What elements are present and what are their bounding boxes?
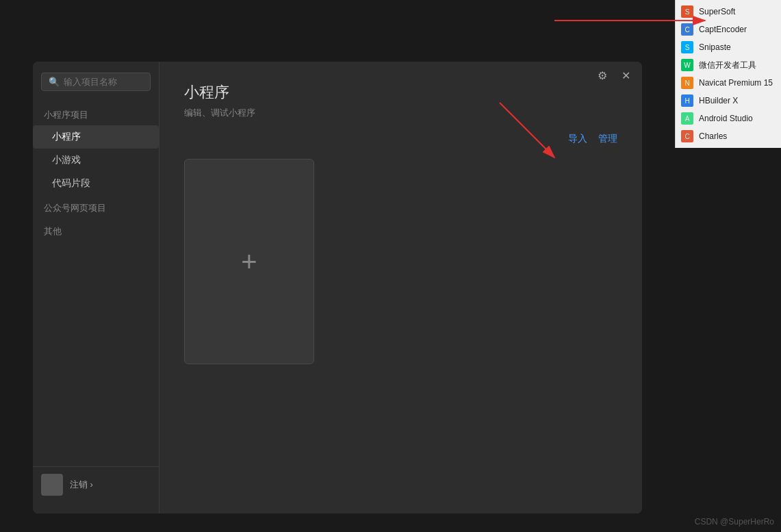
watermark: CSDN @SuperHerRo — [695, 517, 774, 527]
navicat-icon: N — [681, 77, 693, 89]
content-actions: 导入 管理 — [184, 133, 617, 145]
android-studio-label: Android Studio — [699, 114, 753, 123]
sidebar-bottom: 注销 › — [33, 466, 159, 503]
main-content: 小程序 编辑、调试小程序 导入 管理 + — [159, 62, 642, 514]
manage-link[interactable]: 管理 — [598, 133, 617, 145]
menu-item-charles[interactable]: C Charles — [676, 127, 781, 145]
sidebar-item-miniprogram[interactable]: 小程序 — [33, 125, 159, 149]
sidebar-group-miniapp: 小程序项目 — [33, 105, 159, 125]
snipaste-label: Snipaste — [699, 42, 731, 52]
captencoder-icon: C — [681, 23, 693, 36]
wechat-devtools-icon: W — [681, 59, 693, 71]
menu-item-snipaste[interactable]: S Snipaste — [676, 38, 781, 56]
add-icon: + — [241, 248, 257, 275]
sidebar-item-snippet[interactable]: 代码片段 — [33, 172, 159, 195]
search-icon: 🔍 — [49, 77, 60, 87]
supersoft-label: SuperSoft — [699, 7, 735, 16]
content-header: 小程序 编辑、调试小程序 — [184, 82, 617, 119]
avatar — [41, 474, 63, 496]
logout-button[interactable]: 注销 › — [70, 479, 93, 491]
menu-item-supersoft[interactable]: S SuperSoft — [676, 3, 781, 21]
sidebar-item-minigame[interactable]: 小游戏 — [33, 149, 159, 172]
taskbar-menu: S SuperSoft C CaptEncoder S Snipaste W 微… — [675, 0, 781, 148]
charles-label: Charles — [699, 131, 727, 141]
main-dialog: ⚙ ✕ 🔍 小程序项目 小程序 小游戏 代码片段 公众号网页项目 其他 注销 ›… — [33, 62, 642, 514]
search-box[interactable]: 🔍 — [41, 73, 151, 91]
menu-item-captencoder[interactable]: C CaptEncoder — [676, 21, 781, 38]
close-button[interactable]: ✕ — [619, 68, 632, 82]
content-title: 小程序 — [184, 82, 617, 103]
hbuilder-icon: H — [681, 94, 693, 107]
settings-button[interactable]: ⚙ — [596, 68, 609, 82]
hbuilder-label: HBuilder X — [699, 96, 738, 105]
import-link[interactable]: 导入 — [568, 133, 587, 145]
dialog-titlebar: ⚙ ✕ — [596, 68, 632, 82]
sidebar-group-webpage: 公众号网页项目 — [33, 195, 159, 218]
menu-item-hbuilder[interactable]: H HBuilder X — [676, 92, 781, 110]
dialog-body: 🔍 小程序项目 小程序 小游戏 代码片段 公众号网页项目 其他 注销 › 小程序… — [33, 62, 642, 514]
sidebar: 🔍 小程序项目 小程序 小游戏 代码片段 公众号网页项目 其他 注销 › — [33, 62, 159, 514]
captencoder-label: CaptEncoder — [699, 25, 747, 34]
add-project-card[interactable]: + — [184, 159, 314, 364]
charles-icon: C — [681, 130, 693, 142]
content-subtitle: 编辑、调试小程序 — [184, 107, 617, 119]
navicat-label: Navicat Premium 15 — [699, 78, 773, 88]
menu-item-wechat-devtools[interactable]: W 微信开发者工具 — [676, 56, 781, 74]
sidebar-group-other: 其他 — [33, 218, 159, 242]
supersoft-icon: S — [681, 5, 693, 18]
wechat-devtools-label: 微信开发者工具 — [699, 60, 756, 71]
menu-item-navicat[interactable]: N Navicat Premium 15 — [676, 74, 781, 92]
android-studio-icon: A — [681, 112, 693, 125]
search-input[interactable] — [64, 77, 143, 87]
project-grid: + — [184, 159, 617, 364]
menu-item-android-studio[interactable]: A Android Studio — [676, 110, 781, 127]
snipaste-icon: S — [681, 41, 693, 53]
